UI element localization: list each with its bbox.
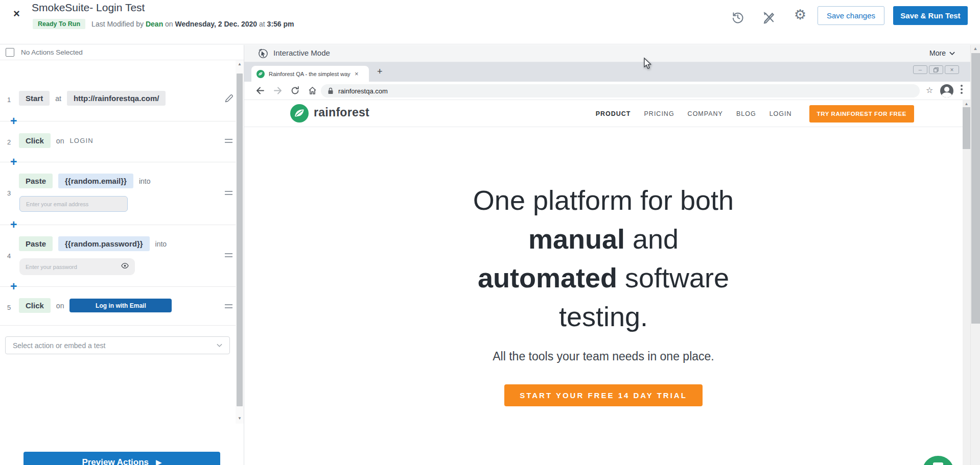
action-verb-chip[interactable]: Start [19, 91, 50, 106]
headline-line1: One platform for both [473, 185, 734, 215]
hero-subheadline: All the tools your team needs in one pla… [244, 350, 963, 363]
click-target-text[interactable]: LOGIN [69, 137, 93, 144]
step-divider [0, 325, 236, 326]
back-icon[interactable] [255, 86, 265, 95]
action-verb-chip[interactable]: Paste [19, 236, 53, 251]
password-field-preview[interactable]: Enter your password [19, 258, 135, 275]
preview-actions-button[interactable]: Preview Actions ▶ [24, 452, 220, 465]
nav-company[interactable]: COMPANY [688, 110, 723, 117]
window-close-icon[interactable]: × [945, 65, 959, 74]
add-step-icon[interactable]: + [10, 281, 17, 292]
headline-bold-automated: automated [478, 262, 617, 293]
save-changes-button[interactable]: Save changes [818, 6, 884, 25]
scrollbar-thumb[interactable] [237, 74, 243, 406]
variable-chip[interactable]: {{random.email}} [58, 174, 133, 188]
add-action-placeholder: Select action or embed a test [13, 341, 105, 350]
tab-close-icon[interactable]: × [355, 70, 359, 77]
nav-login[interactable]: LOGIN [769, 110, 792, 117]
preview-actions-label: Preview Actions [82, 457, 149, 465]
minimize-icon[interactable]: ─ [913, 65, 927, 74]
brand-name[interactable]: rainforest [314, 106, 369, 119]
add-step-icon[interactable]: + [10, 156, 17, 168]
action-verb-chip[interactable]: Click [19, 133, 51, 148]
add-step-icon[interactable]: + [10, 115, 17, 127]
nav-pricing[interactable]: PRICING [644, 110, 674, 117]
scroll-up-icon[interactable]: ▲ [236, 62, 244, 66]
try-rainforest-button[interactable]: TRY RAINFOREST FOR FREE [809, 105, 914, 123]
step-number: 1 [7, 96, 11, 104]
scroll-up-icon[interactable]: ▲ [963, 102, 970, 106]
gear-icon[interactable]: ⚙ [794, 8, 806, 22]
nav-product[interactable]: PRODUCT [596, 110, 631, 117]
action-verb-chip[interactable]: Paste [19, 174, 53, 188]
modified-time: 3:56 pm [267, 20, 294, 28]
test-title: SmokeSuite- Login Test [32, 2, 145, 14]
profile-avatar-icon[interactable] [940, 84, 953, 97]
interactive-mode-label: Interactive Mode [273, 48, 330, 57]
nav-blog[interactable]: BLOG [736, 110, 756, 117]
connector-word: on [56, 137, 64, 145]
history-icon[interactable] [731, 10, 745, 25]
start-url-chip[interactable]: http://rainforestqa.com/ [67, 91, 166, 106]
connector-word: at [55, 94, 61, 103]
site-nav: PRODUCT PRICING COMPANY BLOG LOGIN TRY R… [596, 100, 914, 127]
drag-handle-icon[interactable] [225, 139, 232, 143]
new-tab-icon[interactable]: + [377, 66, 383, 77]
save-and-run-button[interactable]: Save & Run Test [893, 6, 968, 25]
bookmark-star-icon[interactable]: ☆ [926, 85, 933, 95]
interactive-mode-icon [258, 48, 268, 59]
page-scrollbar[interactable]: ▲ [963, 100, 970, 465]
select-all-checkbox[interactable] [6, 48, 14, 57]
restore-icon[interactable] [929, 65, 943, 74]
step-divider [0, 162, 236, 162]
actions-scrollbar[interactable]: ▲ ▼ [236, 60, 244, 424]
more-dropdown[interactable]: More [929, 49, 955, 57]
url-bar[interactable]: rainforestqa.com [321, 84, 920, 97]
variable-chip[interactable]: {{random.password}} [58, 236, 150, 251]
scrollbar-thumb[interactable] [971, 53, 980, 324]
email-field-preview[interactable]: Enter your email address [19, 196, 128, 212]
webpage: rainforest PRODUCT PRICING COMPANY BLOG … [244, 100, 970, 465]
start-trial-button[interactable]: START YOUR FREE 14 DAY TRIAL [504, 384, 703, 406]
scrollbar-thumb[interactable] [963, 107, 970, 149]
drag-handle-icon[interactable] [225, 304, 232, 308]
mouse-cursor [642, 57, 654, 70]
modified-user: Dean [146, 20, 163, 28]
site-header: rainforest PRODUCT PRICING COMPANY BLOG … [244, 100, 963, 127]
scroll-down-icon[interactable]: ▼ [236, 416, 244, 421]
app-header: × SmokeSuite- Login Test Ready To Run La… [0, 0, 980, 44]
close-test-icon[interactable]: × [13, 8, 20, 19]
status-row: Ready To Run Last Modified by Dean on We… [33, 19, 294, 29]
add-action-select[interactable]: Select action or embed a test [5, 336, 230, 354]
login-button-preview[interactable]: Log in with Email [69, 299, 172, 312]
last-modified-text: Last Modified by Dean on Wednesday, 2 De… [91, 20, 294, 28]
hero-headline: One platform for both manual and automat… [244, 181, 963, 336]
home-icon[interactable] [308, 86, 317, 95]
step-number: 4 [7, 252, 11, 260]
interactive-mode-bar: Interactive Mode More [244, 45, 970, 62]
add-step-icon[interactable]: + [10, 219, 17, 231]
drag-handle-icon[interactable] [225, 191, 232, 195]
drag-handle-icon[interactable] [225, 253, 232, 257]
chat-widget-icon[interactable] [922, 456, 954, 465]
edit-pencil-icon[interactable] [224, 93, 234, 104]
eye-icon [121, 263, 129, 271]
browser-tab[interactable]: Rainforest QA - the simplest way × [251, 66, 369, 82]
hero-section: One platform for both manual and automat… [244, 181, 963, 406]
headline-line2-rest: and [625, 224, 679, 254]
headline-line4: testing. [559, 301, 648, 332]
scroll-up-icon[interactable]: ▲ [971, 46, 980, 51]
step-divider [0, 225, 236, 225]
action-verb-chip[interactable]: Click [19, 298, 51, 313]
email-placeholder: Enter your email address [26, 201, 88, 207]
steps-list: 1 Start at http://rainforestqa.com/ + 2 [0, 60, 236, 465]
forward-icon[interactable] [273, 86, 283, 95]
status-badge: Ready To Run [33, 19, 85, 29]
reload-icon[interactable] [290, 86, 300, 95]
app-scrollbar[interactable]: ▲ [970, 45, 980, 465]
actions-panel: No Actions Selected 1 Start at http://ra… [0, 45, 244, 465]
rainforest-logo-icon[interactable] [290, 104, 309, 123]
browser-menu-icon[interactable] [961, 85, 963, 95]
window-controls: ─ × [913, 65, 959, 74]
tools-icon[interactable] [762, 10, 776, 25]
